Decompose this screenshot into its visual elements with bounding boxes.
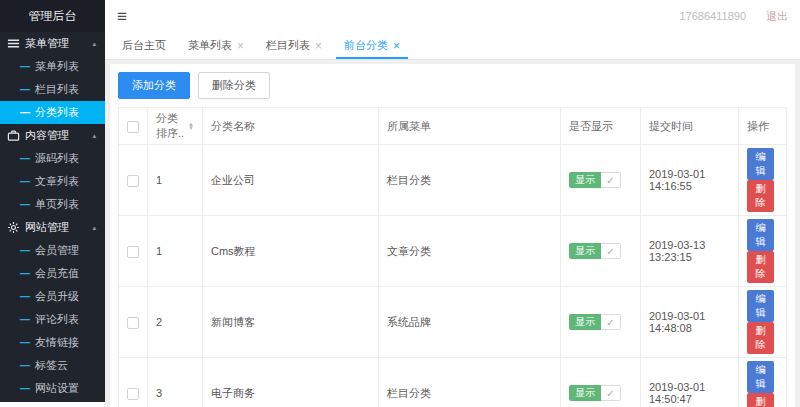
check-icon: ✓	[601, 314, 621, 330]
row-checkbox[interactable]	[127, 388, 139, 400]
sidebar-item-site-settings[interactable]: — 网站设置	[0, 377, 105, 400]
sidebar-item-label: 会员升级	[35, 289, 79, 304]
show-toggle-label: 显示	[569, 385, 601, 401]
column-header-order: 分类排序..	[156, 111, 185, 141]
sidebar-item-menu-list[interactable]: — 菜单列表	[0, 55, 105, 78]
caret-up-icon: ▲	[91, 132, 97, 138]
close-icon[interactable]: ×	[237, 40, 244, 52]
sidebar-item-label: 栏目列表	[35, 82, 79, 97]
category-table: 分类排序.. ▲ ▼ 分类名称 所属菜单 是否显示 提交时间 操作	[118, 107, 787, 407]
sidebar-item-friend-links[interactable]: — 友情链接	[0, 331, 105, 354]
delete-button[interactable]: 删除	[747, 180, 774, 212]
column-header-name: 分类名称	[203, 108, 379, 145]
show-toggle[interactable]: 显示 ✓	[569, 243, 621, 259]
sidebar-item-member-manage[interactable]: — 会员管理	[0, 239, 105, 262]
cell-menu: 栏目分类	[379, 145, 561, 216]
close-icon[interactable]: ×	[315, 40, 322, 52]
column-header-show: 是否显示	[561, 108, 641, 145]
tab-menu-list[interactable]: 菜单列表 ×	[177, 32, 255, 59]
tab-front-category[interactable]: 前台分类 ×	[333, 32, 411, 59]
sort-desc-icon[interactable]: ▼	[188, 126, 194, 131]
sort-icon[interactable]: ▲ ▼	[188, 122, 194, 131]
tab-label: 后台主页	[122, 38, 166, 53]
tab-column-list[interactable]: 栏目列表 ×	[255, 32, 333, 59]
row-checkbox[interactable]	[127, 246, 139, 258]
edit-button[interactable]: 编辑	[747, 361, 774, 393]
sidebar-item-label: 评论列表	[35, 312, 79, 327]
check-icon: ✓	[601, 385, 621, 401]
close-icon[interactable]: ×	[393, 40, 400, 52]
dash-icon: —	[20, 383, 30, 394]
show-toggle[interactable]: 显示 ✓	[569, 385, 621, 401]
sidebar-item-tag-cloud[interactable]: — 标签云	[0, 354, 105, 377]
main-area: ≡ 17686411890 退出 后台主页 菜单列表 × 栏目列表 × 前台分类…	[105, 0, 800, 407]
select-all-checkbox[interactable]	[127, 121, 139, 133]
dash-icon: —	[20, 199, 30, 210]
show-toggle-label: 显示	[569, 172, 601, 188]
row-checkbox[interactable]	[127, 175, 139, 187]
cell-order: 1	[148, 216, 203, 287]
sidebar-group-site-manage[interactable]: 网站管理 ▲	[0, 216, 105, 239]
sidebar-group-content-manage[interactable]: 内容管理 ▲	[0, 124, 105, 147]
edit-button[interactable]: 编辑	[747, 290, 774, 322]
sidebar-item-label: 标签云	[35, 358, 68, 373]
category-panel: 添加分类 删除分类 分类排序.. ▲ ▼	[110, 64, 795, 407]
sidebar-item-member-upgrade[interactable]: — 会员升级	[0, 285, 105, 308]
show-toggle-label: 显示	[569, 314, 601, 330]
cell-menu: 文章分类	[379, 216, 561, 287]
cell-name: 新闻博客	[203, 287, 379, 358]
tab-home[interactable]: 后台主页	[111, 32, 177, 59]
sidebar-item-label: 会员充值	[35, 266, 79, 281]
sidebar-item-label: 文章列表	[35, 174, 79, 189]
cell-order: 3	[148, 358, 203, 407]
cell-time: 2019-03-01 14:16:55	[641, 145, 739, 216]
dash-icon: —	[20, 360, 30, 371]
dash-icon: —	[20, 245, 30, 256]
caret-up-icon: ▲	[91, 224, 97, 230]
logout-link[interactable]: 退出	[766, 9, 788, 24]
cell-order: 1	[148, 145, 203, 216]
sidebar-group-label: 菜单管理	[25, 36, 91, 51]
sidebar-item-category-list[interactable]: — 分类列表	[0, 101, 105, 124]
delete-button[interactable]: 删除	[747, 393, 774, 407]
cell-time: 2019-03-13 13:23:15	[641, 216, 739, 287]
column-header-menu: 所属菜单	[379, 108, 561, 145]
delete-category-button[interactable]: 删除分类	[198, 72, 270, 99]
sidebar-item-comment-list[interactable]: — 评论列表	[0, 308, 105, 331]
sidebar-item-member-recharge[interactable]: — 会员充值	[0, 262, 105, 285]
sidebar-group-menu-manage[interactable]: 菜单管理 ▲	[0, 32, 105, 55]
tab-label: 前台分类	[344, 38, 388, 53]
edit-button[interactable]: 编辑	[747, 219, 774, 251]
hamburger-icon[interactable]: ≡	[117, 8, 127, 25]
table-row: 3 电子商务 栏目分类 显示 ✓ 2019-03-01 14:50:47 编辑	[119, 358, 787, 407]
cell-menu: 栏目分类	[379, 358, 561, 407]
cell-menu: 系统品牌	[379, 287, 561, 358]
delete-button[interactable]: 删除	[747, 251, 774, 283]
cell-name: Cms教程	[203, 216, 379, 287]
dash-icon: —	[20, 314, 30, 325]
dash-icon: —	[20, 61, 30, 72]
table-row: 1 企业公司 栏目分类 显示 ✓ 2019-03-01 14:16:55 编辑	[119, 145, 787, 216]
content: 添加分类 删除分类 分类排序.. ▲ ▼	[105, 60, 800, 407]
cell-time: 2019-03-01 14:50:47	[641, 358, 739, 407]
dash-icon: —	[20, 268, 30, 279]
check-icon: ✓	[601, 172, 621, 188]
tabbar: 后台主页 菜单列表 × 栏目列表 × 前台分类 ×	[105, 32, 800, 60]
delete-button[interactable]: 删除	[747, 322, 774, 354]
show-toggle[interactable]: 显示 ✓	[569, 172, 621, 188]
edit-button[interactable]: 编辑	[747, 148, 774, 180]
sidebar-item-article-list[interactable]: — 文章列表	[0, 170, 105, 193]
check-icon: ✓	[601, 243, 621, 259]
add-category-button[interactable]: 添加分类	[118, 72, 190, 99]
sidebar-item-label: 单页列表	[35, 197, 79, 212]
dash-icon: —	[20, 337, 30, 348]
sidebar-item-page-list[interactable]: — 单页列表	[0, 193, 105, 216]
show-toggle[interactable]: 显示 ✓	[569, 314, 621, 330]
caret-up-icon: ▲	[91, 40, 97, 46]
content-manage-icon	[7, 129, 20, 142]
cell-time: 2019-03-01 14:48:08	[641, 287, 739, 358]
column-header-ops: 操作	[739, 108, 787, 145]
row-checkbox[interactable]	[127, 317, 139, 329]
sidebar-item-column-list[interactable]: — 栏目列表	[0, 78, 105, 101]
sidebar-item-source-list[interactable]: — 源码列表	[0, 147, 105, 170]
